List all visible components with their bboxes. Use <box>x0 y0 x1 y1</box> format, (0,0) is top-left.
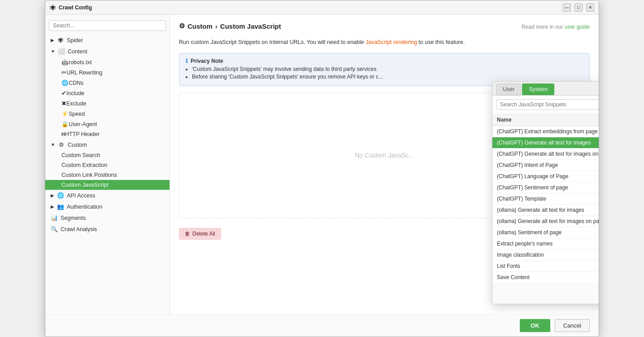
sidebar-item-segments[interactable]: 📊 Segments <box>45 212 170 223</box>
sidebar-item-user-agent[interactable]: 🔒 User-Agent <box>45 119 170 129</box>
sidebar-item-custom-link-positions[interactable]: Custom Link Positions <box>45 170 170 180</box>
expand-arrow-spider: ▶ <box>51 38 54 43</box>
table-row[interactable]: List FontsLists all fonts on the web pag… <box>492 261 599 272</box>
sidebar-label-user-agent: User-Agent <box>69 121 97 127</box>
table-row[interactable]: (ChatGPT) Sentiment of pageReturns senti… <box>492 182 599 193</box>
http-header-icon: H <box>61 131 65 137</box>
cell-name: (ollama) Generate alt text for images <box>492 205 599 216</box>
cancel-button[interactable]: Cancel <box>555 319 590 332</box>
sidebar-label-speed: Speed <box>69 111 85 117</box>
overlay-tabs: User System <box>492 82 599 96</box>
auth-icon: 👥 <box>57 203 64 210</box>
empty-text: No Custom JavaSc... <box>355 152 414 159</box>
sidebar-search-input[interactable] <box>49 20 166 31</box>
sidebar-item-custom[interactable]: ▼ ⚙ Custom <box>45 139 170 150</box>
table-row[interactable]: (ollama) Generate alt text for imagesGen… <box>492 205 599 216</box>
sidebar-label-crawl-analysis: Crawl Analysis <box>61 226 97 232</box>
url-rewriting-icon: ✏ <box>61 69 66 76</box>
custom-icon: ⚙ <box>58 141 65 148</box>
sidebar-item-exclude[interactable]: ✖ Exclude <box>45 98 170 109</box>
sidebar-label-custom: Custom <box>68 142 87 148</box>
cell-name: (ChatGPT) Template <box>492 193 599 205</box>
sidebar-item-spider[interactable]: ▶ 🕷 Spider <box>45 35 170 46</box>
segments-icon: 📊 <box>51 214 58 221</box>
sidebar-item-http-header[interactable]: H HTTP Header <box>45 129 170 139</box>
overlay-tab-system[interactable]: System <box>522 83 554 95</box>
table-row[interactable]: (ChatGPT) Generate alt text for images o… <box>492 149 599 160</box>
table-row[interactable]: (ollama) Generate alt text for images on… <box>492 216 599 227</box>
cell-name: (ollama) Sentiment of page <box>492 227 599 238</box>
cell-name: (ChatGPT) Generate alt text for images o… <box>492 149 599 160</box>
sidebar-label-http-header: HTTP Header <box>65 131 100 137</box>
main-content: ⚙ Custom › Custom JavaScript Read more i… <box>170 15 599 314</box>
sidebar-label-cdns: CDNs <box>69 80 83 86</box>
table-row[interactable]: (ChatGPT) Generate alt text for imagesGe… <box>492 137 599 149</box>
sidebar-item-custom-search[interactable]: Custom Search <box>45 150 170 160</box>
privacy-note-list: 'Custom JavaScript Snippets' may involve… <box>186 66 583 80</box>
robots-icon: 🤖 <box>61 59 69 66</box>
cell-name: (ollama) Generate alt text for images on… <box>492 216 599 227</box>
overlay-search-input[interactable] <box>496 99 599 110</box>
cell-name: (ChatGPT) Intent of Page <box>492 160 599 171</box>
sidebar-item-url-rewriting[interactable]: ✏ URL Rewriting <box>45 67 170 78</box>
table-row[interactable]: (ollama) Sentiment of pageReturns sentim… <box>492 227 599 238</box>
cell-name: Extract people's names <box>492 238 599 249</box>
table-row[interactable]: Save ContentSave all URLs that match con… <box>492 272 599 283</box>
main-window: 🕷 Crawl Config — □ ✕ ▶ 🕷 Spider ▼ ⬜ Cont… <box>45 0 599 337</box>
sidebar-search-box[interactable] <box>49 20 166 31</box>
cell-name: (ChatGPT) Generate alt text for images <box>492 137 599 149</box>
table-row[interactable]: Extract people's namesGets all people's … <box>492 238 599 249</box>
cell-name: List Fonts <box>492 261 599 272</box>
cdns-icon: 🌐 <box>61 79 69 86</box>
sidebar-item-robots-txt[interactable]: 🤖 robots.txt <box>45 57 170 67</box>
highlight-text: JavaScript rendering <box>366 39 417 45</box>
sidebar-item-api-access[interactable]: ▶ 🌐 API Access <box>45 190 170 201</box>
spider-icon: 🕷 <box>57 37 64 44</box>
cell-name: (ChatGPT) Sentiment of page <box>492 182 599 193</box>
overlay-tab-user[interactable]: User <box>496 83 521 95</box>
expand-arrow-custom: ▼ <box>51 142 55 147</box>
col-name: Name <box>492 114 599 126</box>
api-icon: 🌐 <box>57 192 64 199</box>
content-icon: ⬜ <box>58 48 65 55</box>
sidebar-item-include[interactable]: ✔ Include <box>45 88 170 98</box>
close-button[interactable]: ✕ <box>586 4 594 12</box>
sidebar-label-authentication: Authentication <box>67 204 102 210</box>
table-row[interactable]: (ChatGPT) Extract embeddings from page c… <box>492 126 599 137</box>
sidebar-item-crawl-analysis[interactable]: 🔍 Crawl Analysis <box>45 223 170 235</box>
sidebar-item-authentication[interactable]: ▶ 👥 Authentication <box>45 201 170 212</box>
privacy-note-item-2: Before sharing 'Custom JavaScript Snippe… <box>192 74 583 80</box>
library-overlay: User System Name Comments Type <box>492 81 599 304</box>
table-row[interactable]: (ChatGPT) Language of PageReturns langua… <box>492 171 599 182</box>
sidebar-label-api-access: API Access <box>67 193 95 199</box>
expand-arrow-auth: ▶ <box>51 204 54 209</box>
maximize-button[interactable]: □ <box>574 4 583 12</box>
sidebar-label-robots-txt: robots.txt <box>69 59 91 66</box>
overlay-search-box[interactable] <box>492 96 599 114</box>
table-row[interactable]: Image classificationClassify image for a… <box>492 249 599 261</box>
delete-icon: 🗑 <box>185 231 190 237</box>
sidebar-item-cdns[interactable]: 🌐 CDNs <box>45 78 170 88</box>
sidebar-item-custom-extraction[interactable]: Custom Extraction <box>45 160 170 170</box>
expand-arrow-content: ▼ <box>51 49 55 54</box>
ok-button[interactable]: OK <box>520 319 550 332</box>
sidebar-item-custom-javascript[interactable]: Custom JavaScript <box>45 180 170 190</box>
table-row[interactable]: (ChatGPT) Intent of PageCommercial or In… <box>492 160 599 171</box>
page-description: Run custom JavaScript Snippets on Intern… <box>179 38 590 47</box>
user-guide-link[interactable]: user guide <box>565 24 590 30</box>
sidebar-label-custom-search: Custom Search <box>61 152 100 158</box>
exclude-icon: ✖ <box>61 100 66 107</box>
info-icon: ℹ <box>186 58 188 64</box>
sidebar-item-speed[interactable]: ⚡ Speed <box>45 109 170 119</box>
table-row[interactable]: (ChatGPT) TemplateAdjust this snippet to… <box>492 193 599 205</box>
sidebar-label-include: Include <box>66 90 84 96</box>
app-icon: 🕷 <box>50 4 56 11</box>
breadcrumb-parent: Custom <box>187 22 213 30</box>
sidebar-item-content[interactable]: ▼ ⬜ Content <box>45 46 170 57</box>
cell-name: (ChatGPT) Language of Page <box>492 171 599 182</box>
delete-all-button[interactable]: 🗑 Delete All <box>179 228 221 240</box>
breadcrumb-icon: ⚙ <box>179 22 185 30</box>
sidebar-label-url-rewriting: URL Rewriting <box>66 70 102 76</box>
minimize-button[interactable]: — <box>563 4 571 12</box>
footer-buttons: OK Cancel <box>45 314 599 337</box>
